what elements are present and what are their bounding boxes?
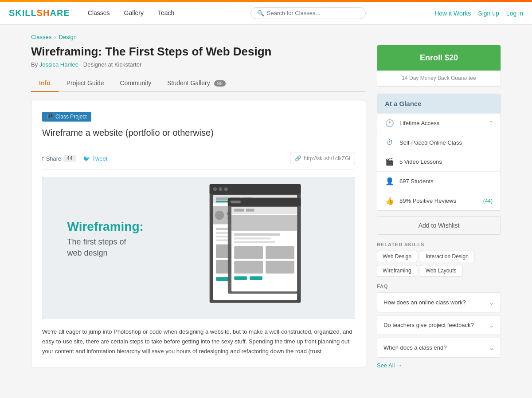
logo-share: SH [37,8,50,18]
author-link[interactable]: Jessica Harllee [39,61,78,68]
faq-question-3: When does a class end? [383,344,446,351]
faq-item-2[interactable]: Do teachers give project feedback? ⌄ [377,315,501,335]
reviews-link[interactable]: (44) [483,198,493,204]
tab-community[interactable]: Community [112,75,159,92]
facebook-share-label: Share [46,155,62,162]
how-it-works-link[interactable]: How it Works [434,10,471,17]
glance-reviews-text: 89% Positive Reviews [399,197,478,204]
svg-rect-36 [234,246,263,259]
enroll-button[interactable]: Enroll $20 [377,45,501,71]
chevron-down-icon-1: ⌄ [489,298,494,307]
money-back-text: 14 Day Money Back Guarantee [377,71,501,86]
tab-student-gallery-label: Student Gallery [167,79,210,87]
glance-item-students: 👤 697 Students [377,172,501,191]
svg-rect-35 [234,241,275,243]
svg-point-12 [215,211,224,220]
facebook-share-count: 44 [63,155,75,162]
breadcrumb-separator: › [54,34,56,40]
fb-icon: f [42,155,44,162]
breadcrumb: Classes › Design [31,34,501,40]
timer-icon: ⏱ [385,138,394,146]
svg-rect-39 [266,261,294,274]
svg-point-2 [213,187,216,191]
navbar: SKILLSHARE Classes Gallery Teach 🔍 How i… [0,2,532,25]
svg-rect-32 [231,215,297,231]
author-suffix: · Designer at Kickstarter [80,61,142,68]
faq-item-3[interactable]: When does a class end? ⌄ [377,338,501,358]
at-a-glance-header: At a Glance [377,94,501,114]
class-project-label: Class Project [55,114,87,120]
right-column: Enroll $20 14 Day Money Back Guarantee A… [377,45,501,369]
glance-item-lifetime: 🕐 Lifetime Access ? [377,114,501,133]
breadcrumb-design[interactable]: Design [59,34,77,40]
sign-up-link[interactable]: Sign up [478,10,499,17]
page-title: Wireframing: The First Steps of Web Desi… [31,45,366,59]
glance-title: At a Glance [385,100,493,107]
class-project-badge: 🏴 Class Project [42,112,91,122]
twitter-share[interactable]: 🐦 Tweet [83,155,108,162]
student-gallery-badge: 95 [214,80,226,87]
link-icon: 🔗 [295,155,301,162]
skill-tag-web-layouts[interactable]: Web Layouts [420,265,462,276]
glance-item-video-lessons: 🎬 5 Video Lessons [377,152,501,172]
svg-rect-1 [209,184,301,194]
thumbs-up-icon: 👍 [385,197,394,205]
breadcrumb-classes[interactable]: Classes [31,34,51,40]
svg-rect-34 [234,237,270,239]
search-input[interactable] [267,10,359,16]
nav-teach[interactable]: Teach [151,2,181,25]
skill-tag-web-design[interactable]: Web Design [377,251,417,262]
svg-point-4 [224,187,227,191]
main-layout: Wireframing: The First Steps of Web Desi… [31,45,501,369]
twitter-share-label: Tweet [92,155,108,162]
page-subtitle: By Jessica Harllee · Designer at Kicksta… [31,61,366,68]
share-url: http://skl.sh/1clkZGi [304,155,350,162]
class-description: We're all eager to jump into Photoshop o… [42,327,355,356]
glance-items-list: 🕐 Lifetime Access ? ⏱ Self-Paced Online … [377,114,501,211]
chevron-down-icon-3: ⌄ [489,343,494,352]
share-link[interactable]: 🔗 http://skl.sh/1clkZGi [290,153,355,164]
thumb-inner: Wireframing: The first steps of web desi… [42,177,355,319]
svg-rect-27 [231,201,241,203]
log-in-link[interactable]: Log in [506,10,523,17]
nav-classes[interactable]: Classes [81,2,117,25]
tw-icon: 🐦 [83,155,90,162]
facebook-share[interactable]: f Share 44 [42,155,76,162]
faq-label: FAQ [377,284,501,289]
chevron-down-icon-2: ⌄ [489,321,494,329]
tab-student-gallery[interactable]: Student Gallery 95 [159,75,234,92]
svg-rect-7 [216,197,229,201]
svg-rect-38 [234,261,263,274]
class-project-card: 🏴 Class Project Wireframe a website (por… [31,101,366,367]
svg-rect-31 [246,209,254,212]
glance-item-reviews: 👍 89% Positive Reviews (44) [377,191,501,210]
glance-students-text: 697 Students [399,178,493,185]
tab-project-guide[interactable]: Project Guide [59,75,112,92]
svg-rect-23 [216,277,230,281]
glance-self-paced-text: Self-Paced Online Class [399,139,493,146]
add-to-wishlist-button[interactable]: Add to Wishlist [377,216,501,235]
svg-point-3 [219,187,222,191]
nav-gallery[interactable]: Gallery [117,2,151,25]
faq-item-1[interactable]: How does an online class work? ⌄ [377,292,501,312]
glance-lifetime-text: Lifetime Access [399,120,484,126]
logo-skillshare: SKILL [9,8,37,18]
project-title: Wireframe a website (portfolio or otherw… [42,128,355,138]
svg-rect-30 [234,209,244,212]
skill-tag-interaction-design[interactable]: Interaction Design [420,251,474,262]
faq-question-1: How does an online class work? [383,299,466,306]
video-thumbnail: Wireframing: The first steps of web desi… [42,177,355,319]
left-column: Wireframing: The First Steps of Web Desi… [31,45,366,367]
thumb-mockup [174,184,336,312]
thumb-text: Wireframing: The first steps of web desi… [67,220,143,259]
see-all-faq-link[interactable]: See All → [377,362,402,369]
tabs-bar: Info Project Guide Community Student Gal… [31,75,366,92]
skill-tag-wireframing[interactable]: Wireframing [377,265,417,276]
nav-links: Classes Gallery Teach [81,2,182,25]
tab-info[interactable]: Info [31,75,59,92]
search-box: 🔍 [250,7,366,19]
video-icon: 🎬 [385,158,394,166]
user-icon: 👤 [385,177,394,185]
lifetime-help-icon[interactable]: ? [489,120,493,126]
svg-rect-40 [234,276,247,280]
